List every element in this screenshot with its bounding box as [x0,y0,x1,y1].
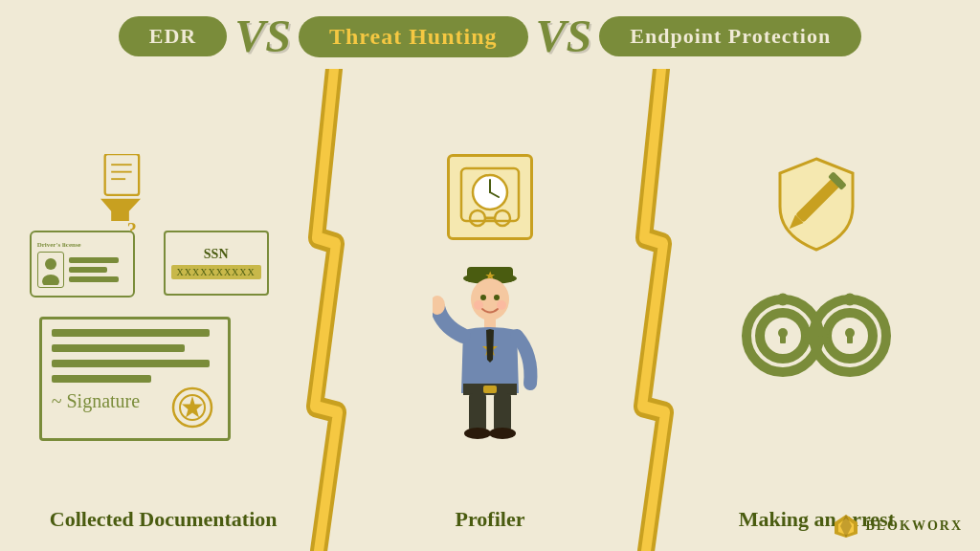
svg-point-5 [45,258,56,270]
threat-pill: Threat Hunting [299,16,528,57]
content-area: ? Driver's license [0,69,980,551]
header-row: EDR VS Threat Hunting VS Endpoint Protec… [0,0,980,69]
edr-icons-area: ? Driver's license [19,78,307,497]
lightning-right [625,69,682,551]
edr-pill: EDR [119,16,227,56]
lightning-left [298,69,355,551]
endpoint-icons-group [692,154,941,422]
svg-marker-9 [182,396,203,418]
vs2-text: VS [536,13,592,59]
threat-section: Profiler [326,69,653,551]
endpoint-icons-area [673,78,961,497]
svg-point-20 [471,278,509,320]
license-lines [69,257,119,282]
brand-diamond-icon [833,513,859,540]
edr-caption: Collected Documentation [50,497,278,532]
svg-point-34 [489,428,516,439]
main-container: EDR VS Threat Hunting VS Endpoint Protec… [0,0,980,551]
brand-logo: BLOKWORX [833,513,963,540]
svg-rect-27 [483,386,497,393]
threat-icons-group [394,144,586,431]
clock-box [447,154,533,240]
svg-point-22 [494,295,500,300]
svg-point-33 [464,428,491,439]
svg-rect-0 [104,154,138,195]
svg-point-24 [497,300,506,310]
ssn-number: XXXXXXXXXX [171,265,261,279]
edr-icons-group: ? Driver's license [30,154,298,422]
funnel-icon [87,154,154,225]
svg-rect-31 [469,393,486,431]
police-figure [433,250,547,445]
threat-caption: Profiler [456,497,525,532]
brand-name: BLOKWORX [865,518,963,534]
license-card: Driver's license [30,231,135,298]
license-avatar [37,252,64,288]
cert-seal [171,386,213,429]
svg-marker-4 [100,199,141,221]
ssn-card: SSN XXXXXXXXXX [164,231,269,296]
clock-binoculars-icon [447,154,533,240]
svg-point-23 [474,300,483,310]
svg-rect-45 [780,336,786,343]
endpoint-section: Making an arrest [654,69,980,551]
shield-sword-icon [768,154,864,258]
svg-point-21 [480,295,486,300]
svg-marker-29 [486,329,494,363]
svg-point-6 [42,275,59,285]
edr-section: ? Driver's license [0,69,326,551]
svg-rect-32 [494,393,511,431]
cert-lines [52,329,218,383]
ssn-title: SSN [204,247,229,262]
svg-rect-47 [847,336,853,343]
certificate-icon: ~ Signature [39,317,231,441]
vs1-text: VS [234,13,291,59]
threat-icons-area [345,78,634,497]
license-title: Driver's license [37,241,119,249]
endpoint-pill: Endpoint Protection [599,16,861,56]
handcuffs-icon [730,269,902,397]
